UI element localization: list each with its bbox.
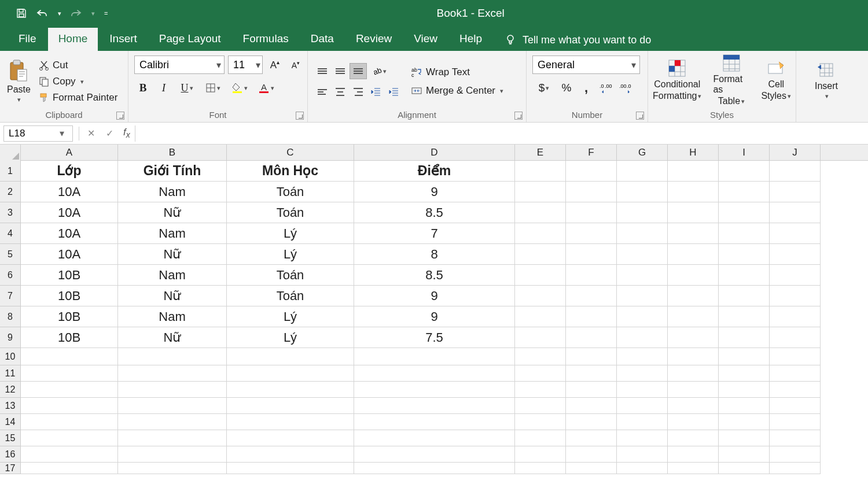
cell[interactable]: Toán bbox=[227, 265, 354, 286]
cell[interactable] bbox=[617, 161, 668, 182]
name-box-input[interactable] bbox=[4, 128, 56, 139]
name-box[interactable]: ▾ bbox=[3, 125, 73, 142]
cell[interactable] bbox=[668, 265, 719, 286]
tab-help[interactable]: Help bbox=[449, 28, 492, 51]
cell[interactable] bbox=[227, 414, 354, 430]
cell[interactable] bbox=[770, 382, 821, 398]
cell[interactable] bbox=[617, 430, 668, 446]
cell[interactable]: Nam bbox=[118, 306, 227, 327]
row-header[interactable]: 7 bbox=[0, 286, 21, 306]
cell[interactable] bbox=[118, 414, 227, 430]
align-right-button[interactable] bbox=[350, 84, 367, 100]
cell[interactable] bbox=[515, 265, 566, 286]
cell[interactable] bbox=[770, 430, 821, 446]
cell[interactable] bbox=[719, 446, 770, 463]
font-launcher[interactable] bbox=[296, 112, 304, 120]
cell[interactable] bbox=[770, 398, 821, 414]
cell[interactable] bbox=[668, 398, 719, 414]
cell[interactable] bbox=[617, 463, 668, 474]
cell[interactable] bbox=[354, 398, 515, 414]
tab-view[interactable]: View bbox=[403, 28, 448, 51]
cell[interactable] bbox=[21, 382, 118, 398]
number-launcher[interactable] bbox=[636, 112, 644, 120]
cell[interactable] bbox=[118, 463, 227, 474]
orientation-button[interactable]: ab▾ bbox=[367, 63, 391, 79]
row-header[interactable]: 6 bbox=[0, 265, 21, 286]
redo-dropdown[interactable]: ▾ bbox=[90, 10, 95, 17]
copy-button[interactable]: Copy ▾ bbox=[36, 75, 120, 88]
tab-file[interactable]: File bbox=[8, 28, 47, 51]
cell[interactable] bbox=[770, 182, 821, 202]
cell[interactable] bbox=[227, 463, 354, 474]
cell[interactable] bbox=[617, 348, 668, 365]
row-header[interactable]: 11 bbox=[0, 365, 21, 382]
cell[interactable] bbox=[719, 348, 770, 365]
conditional-formatting-button[interactable]: Conditional Formatting▾ bbox=[648, 56, 706, 103]
cell[interactable] bbox=[719, 430, 770, 446]
row-header[interactable]: 17 bbox=[0, 463, 21, 474]
cell[interactable] bbox=[719, 202, 770, 223]
cell[interactable] bbox=[719, 398, 770, 414]
cell[interactable]: 10A bbox=[21, 202, 118, 223]
cell[interactable] bbox=[617, 223, 668, 244]
cell[interactable]: Nữ bbox=[118, 202, 227, 223]
cell[interactable] bbox=[719, 382, 770, 398]
chevron-down-icon[interactable]: ▾ bbox=[56, 128, 68, 139]
chevron-down-icon[interactable]: ▾ bbox=[254, 60, 262, 71]
cell[interactable] bbox=[668, 161, 719, 182]
row-header[interactable]: 15 bbox=[0, 430, 21, 446]
cell[interactable]: 9 bbox=[354, 182, 515, 202]
currency-button[interactable]: $▾ bbox=[532, 80, 556, 96]
cell[interactable] bbox=[227, 365, 354, 382]
cell[interactable]: 7.5 bbox=[354, 327, 515, 348]
cell[interactable]: 10B bbox=[21, 265, 118, 286]
number-format-input[interactable] bbox=[533, 58, 628, 72]
cell[interactable] bbox=[21, 398, 118, 414]
cell[interactable] bbox=[515, 223, 566, 244]
font-size-input[interactable] bbox=[229, 58, 254, 72]
row-header[interactable]: 13 bbox=[0, 398, 21, 414]
cell[interactable] bbox=[227, 348, 354, 365]
cell[interactable] bbox=[515, 348, 566, 365]
align-top-button[interactable] bbox=[314, 63, 331, 79]
cell[interactable] bbox=[354, 414, 515, 430]
cell[interactable] bbox=[719, 306, 770, 327]
align-left-button[interactable] bbox=[314, 84, 331, 100]
cell[interactable]: Lý bbox=[227, 223, 354, 244]
qat-customize[interactable]: = bbox=[103, 10, 108, 17]
italic-button[interactable]: I bbox=[155, 80, 172, 96]
cell[interactable] bbox=[770, 348, 821, 365]
cell[interactable] bbox=[515, 398, 566, 414]
cell[interactable] bbox=[719, 463, 770, 474]
paste-dropdown[interactable]: ▾ bbox=[16, 96, 21, 103]
cell[interactable]: 10B bbox=[21, 327, 118, 348]
cell[interactable]: Điểm bbox=[354, 161, 515, 182]
cell[interactable]: 8.5 bbox=[354, 265, 515, 286]
cell[interactable] bbox=[770, 202, 821, 223]
cell[interactable] bbox=[515, 430, 566, 446]
tab-review[interactable]: Review bbox=[345, 28, 402, 51]
cell[interactable] bbox=[118, 430, 227, 446]
cell[interactable] bbox=[227, 446, 354, 463]
font-color-button[interactable]: A▾ bbox=[255, 80, 278, 96]
column-header[interactable]: G bbox=[617, 145, 668, 160]
cell[interactable] bbox=[21, 446, 118, 463]
cell[interactable] bbox=[719, 327, 770, 348]
row-header[interactable]: 10 bbox=[0, 348, 21, 365]
align-bottom-button[interactable] bbox=[350, 63, 367, 79]
row-header[interactable]: 1 bbox=[0, 161, 21, 182]
cell[interactable]: Lý bbox=[227, 306, 354, 327]
cell-styles-button[interactable]: Cell Styles▾ bbox=[756, 56, 796, 103]
row-header[interactable]: 4 bbox=[0, 223, 21, 244]
cell[interactable] bbox=[617, 446, 668, 463]
column-header[interactable]: H bbox=[668, 145, 719, 160]
cell[interactable] bbox=[21, 430, 118, 446]
cell[interactable] bbox=[566, 430, 617, 446]
redo-icon[interactable] bbox=[69, 7, 82, 20]
cell[interactable] bbox=[354, 382, 515, 398]
font-size-combo[interactable]: ▾ bbox=[228, 56, 263, 74]
column-header[interactable]: I bbox=[719, 145, 770, 160]
cell[interactable] bbox=[515, 414, 566, 430]
format-painter-button[interactable]: Format Painter bbox=[36, 91, 120, 105]
tab-page-layout[interactable]: Page Layout bbox=[149, 28, 231, 51]
